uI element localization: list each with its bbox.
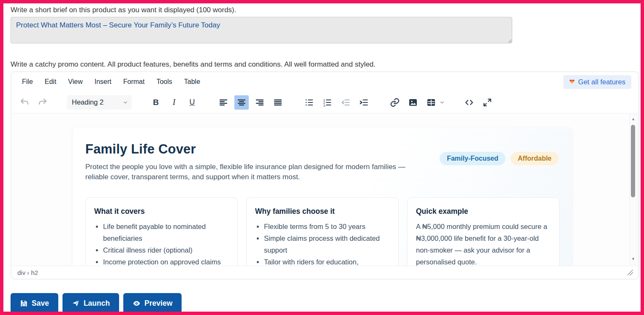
svg-text:3: 3 bbox=[323, 103, 326, 107]
card-text: A ₦5,000 monthly premium could secure a … bbox=[416, 221, 551, 266]
editor-toolbar: Heading 2 B I U bbox=[11, 92, 638, 113]
badge-affordable: Affordable bbox=[511, 152, 559, 165]
list-group: 123 bbox=[302, 95, 371, 110]
menu-table[interactable]: Table bbox=[179, 75, 205, 88]
align-right-button[interactable] bbox=[253, 95, 267, 110]
get-all-features-button[interactable]: ❤ Get all features bbox=[563, 75, 631, 89]
italic-icon: I bbox=[173, 97, 176, 107]
italic-button[interactable]: I bbox=[167, 95, 181, 110]
outdent-icon bbox=[340, 97, 351, 108]
justify-button[interactable] bbox=[271, 95, 285, 110]
table-button[interactable] bbox=[424, 95, 438, 110]
promo-label: Write a catchy promo content. All produc… bbox=[11, 60, 633, 69]
code-icon bbox=[464, 97, 474, 108]
menu-view[interactable]: View bbox=[63, 75, 87, 88]
table-button-group bbox=[424, 95, 445, 110]
card-title: Why families choose it bbox=[255, 207, 390, 216]
menu-file[interactable]: File bbox=[17, 75, 38, 88]
menu-list: File Edit View Insert Format Tools Table bbox=[17, 75, 205, 88]
editor-content-area[interactable]: Family Life Cover Protect the people you… bbox=[11, 113, 638, 266]
editor-menubar: File Edit View Insert Format Tools Table… bbox=[11, 72, 638, 92]
get-all-features-label: Get all features bbox=[578, 78, 625, 86]
align-right-icon bbox=[255, 97, 265, 108]
link-icon bbox=[390, 97, 400, 108]
editor-resize-handle[interactable] bbox=[628, 270, 633, 275]
menu-insert[interactable]: Insert bbox=[90, 75, 116, 88]
format-group: Heading 2 bbox=[67, 95, 132, 110]
align-center-icon bbox=[236, 97, 247, 108]
table-dropdown-chevron-icon[interactable] bbox=[439, 100, 445, 105]
card-title: Quick example bbox=[416, 207, 551, 216]
launch-label: Launch bbox=[84, 299, 110, 308]
fullscreen-icon bbox=[482, 97, 492, 108]
view-group bbox=[462, 95, 495, 110]
justify-icon bbox=[273, 97, 283, 108]
undo-button[interactable] bbox=[17, 95, 32, 110]
numbered-list-button[interactable]: 123 bbox=[320, 95, 334, 110]
brief-label: Write a short brief on this product as y… bbox=[11, 6, 633, 14]
align-center-button[interactable] bbox=[234, 95, 249, 110]
list-item: Life benefit payable to nominated benefi… bbox=[103, 221, 229, 244]
menu-edit[interactable]: Edit bbox=[40, 75, 61, 88]
card-bullet-list: Life benefit payable to nominated benefi… bbox=[94, 221, 229, 266]
align-group bbox=[216, 95, 285, 110]
preview-label: Preview bbox=[144, 299, 172, 308]
bullet-list-icon bbox=[304, 97, 314, 108]
badge-family-focused: Family-Focused bbox=[440, 152, 505, 165]
table-icon bbox=[426, 97, 436, 108]
card-what-it-covers: What it covers Life benefit payable to n… bbox=[85, 197, 238, 266]
scroll-up-icon[interactable]: ▲ bbox=[630, 117, 637, 121]
rich-text-editor: File Edit View Insert Format Tools Table… bbox=[11, 71, 639, 280]
card-why-families-choose-it: Why families choose it Flexible terms fr… bbox=[246, 197, 399, 266]
card-bullet-list: Flexible terms from 5 to 30 years Simple… bbox=[255, 221, 390, 266]
preview-button[interactable]: Preview bbox=[123, 293, 182, 313]
save-button[interactable]: Save bbox=[11, 293, 58, 313]
bold-icon: B bbox=[153, 98, 159, 107]
list-item: Flexible terms from 5 to 30 years bbox=[264, 221, 390, 232]
save-label: Save bbox=[32, 299, 49, 308]
menu-tools[interactable]: Tools bbox=[152, 75, 177, 88]
form-area: Write a short brief on this product as y… bbox=[3, 3, 641, 313]
doc-subtitle: Protect the people you love with a simpl… bbox=[85, 162, 423, 182]
redo-icon bbox=[38, 97, 48, 108]
fullscreen-button[interactable] bbox=[480, 95, 495, 110]
editor-statusbar: div › h2 bbox=[11, 266, 638, 279]
underline-icon: U bbox=[190, 98, 195, 107]
link-button[interactable] bbox=[388, 95, 402, 110]
launch-button[interactable]: Launch bbox=[62, 293, 119, 313]
format-select[interactable]: Heading 2 bbox=[67, 95, 132, 110]
preview-icon bbox=[133, 299, 141, 307]
redo-button[interactable] bbox=[35, 95, 50, 110]
menu-format[interactable]: Format bbox=[119, 75, 149, 88]
text-style-group: B I U bbox=[149, 95, 199, 110]
launch-icon bbox=[72, 299, 80, 307]
align-left-button[interactable] bbox=[216, 95, 231, 110]
card-quick-example: Quick example A ₦5,000 monthly premium c… bbox=[407, 197, 560, 266]
card-title: What it covers bbox=[94, 207, 229, 216]
brief-textarea[interactable]: Protect What Matters Most – Secure Your … bbox=[11, 17, 512, 43]
editor-scrollbar[interactable]: ▲ ▼ bbox=[629, 114, 637, 265]
underline-button[interactable]: U bbox=[185, 95, 199, 110]
bold-button[interactable]: B bbox=[149, 95, 163, 110]
list-item: Income protection on approved claims bbox=[103, 256, 229, 266]
heart-icon: ❤ bbox=[569, 78, 575, 85]
numbered-list-icon: 123 bbox=[322, 97, 332, 108]
scroll-down-icon[interactable]: ▼ bbox=[630, 257, 637, 261]
bullet-list-button[interactable] bbox=[302, 95, 316, 110]
undo-icon bbox=[19, 97, 30, 108]
element-path: div › h2 bbox=[17, 269, 38, 276]
source-code-button[interactable] bbox=[462, 95, 476, 110]
list-item: Tailor with riders for education, bbox=[264, 256, 390, 266]
outdent-button[interactable] bbox=[338, 95, 353, 110]
image-button[interactable] bbox=[406, 95, 420, 110]
indent-button[interactable] bbox=[356, 95, 371, 110]
format-select-value: Heading 2 bbox=[72, 98, 103, 106]
insert-group bbox=[388, 95, 445, 110]
action-buttons-row: Save Launch Preview bbox=[11, 293, 633, 313]
image-icon bbox=[408, 97, 418, 108]
scrollbar-thumb[interactable] bbox=[631, 125, 635, 197]
indent-icon bbox=[359, 97, 369, 108]
history-group bbox=[17, 95, 50, 110]
list-item: Simple claims process with dedicated sup… bbox=[264, 232, 390, 256]
document-card: Family Life Cover Protect the people you… bbox=[73, 127, 572, 266]
